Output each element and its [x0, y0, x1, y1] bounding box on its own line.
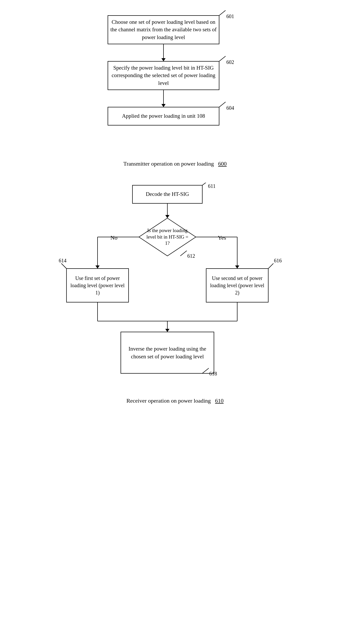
svg-marker-18	[95, 265, 100, 269]
svg-line-11	[202, 183, 207, 185]
svg-marker-14	[139, 218, 196, 256]
svg-line-25	[268, 263, 273, 269]
svg-line-9	[219, 102, 226, 107]
svg-marker-13	[165, 215, 169, 218]
receiver-section: Decode the HT-SIG 611 Is the power loadi…	[16, 183, 334, 404]
box618-text: Inverse the power loading using the chos…	[121, 332, 214, 373]
ref612-label: 612	[187, 253, 195, 259]
svg-rect-10	[132, 185, 202, 203]
ref614-label: 614	[59, 258, 66, 263]
receiver-section-ref: 610	[215, 397, 224, 404]
svg-marker-5	[161, 104, 166, 107]
main-container: Choose one set of power loading level ba…	[0, 0, 350, 414]
box614-text: Use first set of power loading level (po…	[66, 269, 129, 302]
receiver-svg: Decode the HT-SIG 611 Is the power loadi…	[59, 183, 292, 395]
yes-label: Yes	[218, 234, 226, 241]
svg-rect-3	[108, 61, 219, 90]
box616-text: Use second set of power loading level (p…	[206, 269, 268, 302]
ref616-label: 616	[274, 258, 282, 263]
ref618-label: 618	[209, 371, 217, 376]
svg-rect-24	[206, 269, 268, 302]
ref601-label: 601	[226, 13, 234, 19]
svg-rect-6	[108, 107, 219, 125]
ref611-label: 611	[208, 183, 215, 189]
svg-marker-2	[161, 58, 166, 61]
diamond-text: Is the power loading level bit in HT-SIG…	[144, 223, 191, 251]
transmitter-section-label: Transmitter operation on power loading	[123, 160, 214, 167]
transmitter-label: Transmitter operation on power loading 6…	[123, 160, 227, 167]
box602-text: Specify the power loading level bit in H…	[108, 61, 219, 90]
ref604-label: 604	[226, 105, 234, 111]
svg-line-33	[202, 368, 209, 373]
no-label: No	[110, 234, 117, 241]
transmitter-flow: Choose one set of power loading level ba…	[85, 10, 266, 158]
receiver-label: Receiver operation on power loading 610	[126, 397, 224, 404]
svg-line-8	[219, 56, 226, 61]
ref602-label: 602	[226, 59, 234, 65]
svg-line-23	[61, 263, 66, 269]
svg-line-7	[219, 10, 226, 16]
transmitter-section-ref: 600	[218, 160, 227, 167]
receiver-section-label: Receiver operation on power loading	[126, 397, 211, 404]
transmitter-section: Choose one set of power loading level ba…	[16, 10, 334, 167]
svg-marker-21	[235, 265, 239, 269]
transmitter-svg: Choose one set of power loading level ba…	[85, 10, 266, 158]
box604-text: Applied the power loading in unit 108	[108, 107, 219, 125]
svg-rect-22	[66, 269, 129, 302]
box601-text: Choose one set of power loading level ba…	[108, 16, 219, 44]
svg-rect-32	[121, 332, 214, 373]
svg-rect-0	[108, 16, 219, 44]
svg-line-15	[180, 251, 187, 256]
box611-text: Decode the HT-SIG	[132, 185, 202, 203]
receiver-flow: Decode the HT-SIG 611 Is the power loadi…	[59, 183, 292, 395]
svg-marker-31	[165, 329, 169, 332]
